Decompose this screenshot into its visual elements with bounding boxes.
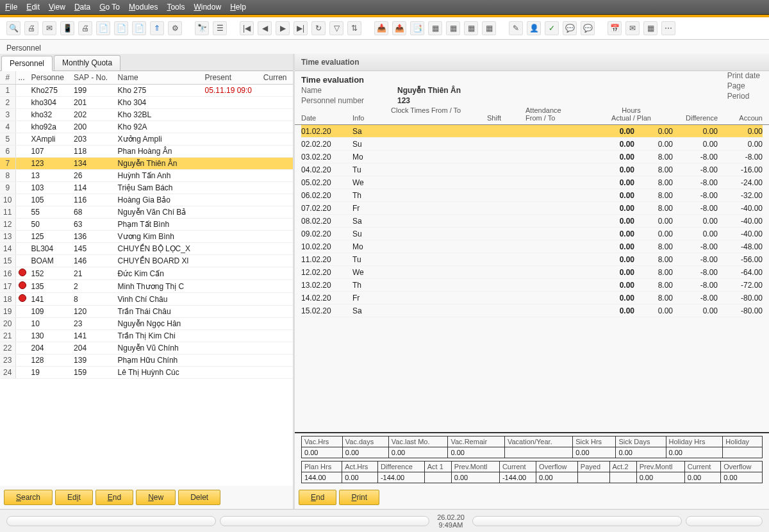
sheet4-icon[interactable]: ▦ <box>482 21 496 35</box>
eval-row[interactable]: 05.02.20We0.008.00-8.00-24.00 <box>301 176 763 189</box>
search-button[interactable]: Search <box>4 490 53 505</box>
table-row[interactable]: 15BOAM146CHUYỀN BOARD Xl <box>0 255 293 267</box>
edit-icon[interactable]: ✎ <box>509 21 523 35</box>
table-row[interactable]: 22204204Nguyễn Vũ Chính <box>0 342 293 354</box>
eval-row[interactable]: 15.02.20Sa0.000.000.00-80.00 <box>301 304 763 317</box>
last-icon[interactable]: ▶| <box>294 21 308 35</box>
table-row[interactable]: 3kho32202Kho 32BL <box>0 109 293 121</box>
col-num[interactable]: # <box>0 71 15 85</box>
col-marker[interactable]: ... <box>15 71 29 85</box>
menu-data[interactable]: Data <box>74 3 90 12</box>
col-name[interactable]: Name <box>115 71 203 85</box>
preview-icon[interactable]: 🔍 <box>6 21 21 35</box>
sheet2-icon[interactable]: ▦ <box>446 21 460 35</box>
menu-file[interactable]: File <box>5 3 17 12</box>
table-row[interactable]: 81326Huỳnh Tấn Anh <box>0 170 293 182</box>
doc2-icon[interactable]: 📄 <box>114 21 128 35</box>
settings-icon[interactable]: ⚙ <box>168 21 182 35</box>
eval-row[interactable]: 07.02.20Fr0.008.00-8.00-40.00 <box>301 202 763 215</box>
doc1-icon[interactable]: 📄 <box>96 21 110 35</box>
table-row[interactable]: 1Kho275199Kho 27505.11.19 09:0 <box>0 85 293 97</box>
eval-row[interactable]: 04.02.20Tu0.008.00-8.00-16.00 <box>301 163 763 176</box>
print-button[interactable]: Print <box>339 490 379 505</box>
eval-row[interactable]: 09.02.20Su0.000.000.00-40.00 <box>301 228 763 240</box>
col-present[interactable]: Present <box>203 71 261 85</box>
eval-row[interactable]: 13.02.20Th0.008.00-8.00-72.00 <box>301 279 763 292</box>
eval-row[interactable]: 10.02.20Mo0.008.00-8.00-48.00 <box>301 240 763 253</box>
mailx-icon[interactable]: ✉ <box>625 21 640 35</box>
mail-icon[interactable]: ✉ <box>42 21 56 35</box>
personnel-grid[interactable]: # ... Personne SAP - No. Name Present Cu… <box>0 71 293 486</box>
next-icon[interactable]: ▶ <box>276 21 290 35</box>
print-icon[interactable]: 🖨 <box>24 21 38 35</box>
table-row[interactable]: 115568Nguyễn Văn Chí Bả <box>0 206 293 219</box>
table-row[interactable]: 10105116Hoàng Gia Bảo <box>0 194 293 206</box>
menu-window[interactable]: Window <box>194 3 221 12</box>
comment2-icon[interactable]: 💬 <box>581 21 595 35</box>
eval-row[interactable]: 11.02.20Tu0.008.00-8.00-56.00 <box>301 253 763 266</box>
menu-tools[interactable]: Tools <box>167 3 185 12</box>
filter-icon[interactable]: ▽ <box>329 21 343 35</box>
eval-row[interactable]: 12.02.20We0.008.00-8.00-64.00 <box>301 266 763 279</box>
tab-monthly-quota[interactable]: Monthly Quota <box>54 55 120 71</box>
eval-row[interactable]: 03.02.20Mo0.008.00-8.00-8.00 <box>301 151 763 163</box>
upload-icon[interactable]: ⇑ <box>150 21 164 35</box>
table-row[interactable]: 13125136Vương Kim Bình <box>0 231 293 243</box>
calendar-icon[interactable]: 📅 <box>608 21 622 35</box>
table-row[interactable]: 14BL304145CHUYỀN BỘ LỌC_X <box>0 243 293 255</box>
table-row[interactable]: 23128139Phạm Hữu Chính <box>0 354 293 367</box>
new-button[interactable]: New <box>136 490 176 505</box>
more-icon[interactable]: ⋯ <box>661 21 675 35</box>
grid-icon[interactable]: ▦ <box>643 21 657 35</box>
report-icon[interactable]: 📑 <box>410 21 424 35</box>
list-icon[interactable]: ☰ <box>213 21 227 35</box>
table-row[interactable]: 9103114Triệu Sam Bách <box>0 182 293 194</box>
refresh-icon[interactable]: ↻ <box>311 21 326 35</box>
eval-row[interactable]: 02.02.20Su0.000.000.000.00 <box>301 138 763 151</box>
table-row[interactable]: 125063Phạm Tất Bình <box>0 219 293 231</box>
col-personnel[interactable]: Personne <box>29 71 72 85</box>
table-row[interactable]: 1615221Đức Kim Cấn <box>0 267 293 280</box>
menu-view[interactable]: View <box>49 3 65 12</box>
edit-button[interactable]: Edit <box>55 490 93 505</box>
eval-row[interactable]: 14.02.20Fr0.008.00-8.00-80.00 <box>301 292 763 304</box>
delete-button[interactable]: Delet <box>178 490 220 505</box>
eval-row[interactable]: 06.02.20Th0.008.00-8.00-32.00 <box>301 189 763 202</box>
col-current[interactable]: Curren <box>261 71 293 85</box>
eval-rows[interactable]: 01.02.20Sa0.000.000.000.0002.02.20Su0.00… <box>295 125 769 432</box>
export-icon[interactable]: 📤 <box>392 21 406 35</box>
table-row[interactable]: 2kho304201Kho 304 <box>0 97 293 109</box>
table-row[interactable]: 5XAmpli203Xưởng Ampli <box>0 133 293 145</box>
table-row[interactable]: 21130141Trần Thị Kim Chi <box>0 330 293 342</box>
printer2-icon[interactable]: 🖨 <box>78 21 92 35</box>
table-row[interactable]: 2419159Lê Thị Huỳnh Cúc <box>0 367 293 379</box>
sheet3-icon[interactable]: ▦ <box>464 21 478 35</box>
binoculars-icon[interactable]: 🔭 <box>195 21 209 35</box>
sort-icon[interactable]: ⇅ <box>347 21 361 35</box>
prev-icon[interactable]: ◀ <box>258 21 272 35</box>
menu-help[interactable]: Help <box>230 3 246 12</box>
mobile-icon[interactable]: 📱 <box>60 21 74 35</box>
table-row[interactable]: 4kho92a200Kho 92A <box>0 121 293 133</box>
tab-personnel[interactable]: Personnel <box>1 56 53 71</box>
doc3-icon[interactable]: 📄 <box>132 21 146 35</box>
user-icon[interactable]: 👤 <box>527 21 541 35</box>
end-button-right[interactable]: End <box>299 490 336 505</box>
check-icon[interactable]: ✓ <box>545 21 559 35</box>
eval-row[interactable]: 08.02.20Sa0.000.000.00-40.00 <box>301 215 763 228</box>
menu-edit[interactable]: Edit <box>26 3 40 12</box>
first-icon[interactable]: |◀ <box>240 21 254 35</box>
table-row[interactable]: 201023Nguyễn Ngọc Hân <box>0 318 293 330</box>
import-icon[interactable]: 📥 <box>374 21 388 35</box>
menu-modules[interactable]: Modules <box>129 3 158 12</box>
sheet-icon[interactable]: ▦ <box>428 21 442 35</box>
eval-row[interactable]: 01.02.20Sa0.000.000.000.00 <box>301 125 763 138</box>
col-sap[interactable]: SAP - No. <box>71 71 115 85</box>
end-button[interactable]: End <box>95 490 133 505</box>
table-row[interactable]: 6107118Phan Hoàng Ân <box>0 145 293 158</box>
table-row[interactable]: 7123134Nguyễn Thiên Ân <box>0 158 293 170</box>
comment-icon[interactable]: 💬 <box>563 21 577 35</box>
table-row[interactable]: 171352Minh Thương Thị C <box>0 280 293 293</box>
table-row[interactable]: 19109120Trần Thái Châu <box>0 306 293 318</box>
menu-goto[interactable]: Go To <box>99 3 120 12</box>
